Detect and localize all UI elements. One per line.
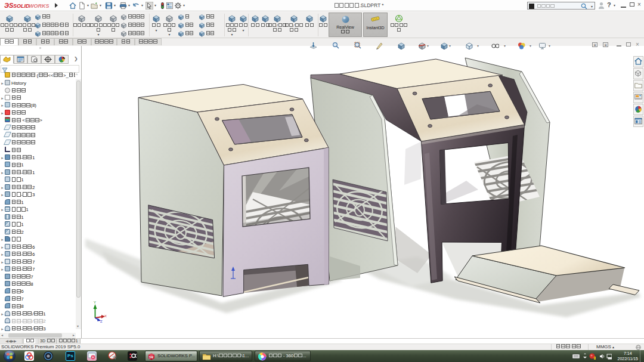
svg-text:X: X	[104, 314, 107, 318]
svg-text:Z: Z	[100, 320, 103, 323]
svg-text:SOLID: SOLID	[13, 3, 30, 9]
svg-text:ЭS: ЭS	[4, 2, 14, 9]
svg-text:Y: Y	[94, 301, 96, 304]
svg-text:SW: SW	[149, 356, 154, 359]
svg-text:WORKS: WORKS	[29, 3, 49, 9]
